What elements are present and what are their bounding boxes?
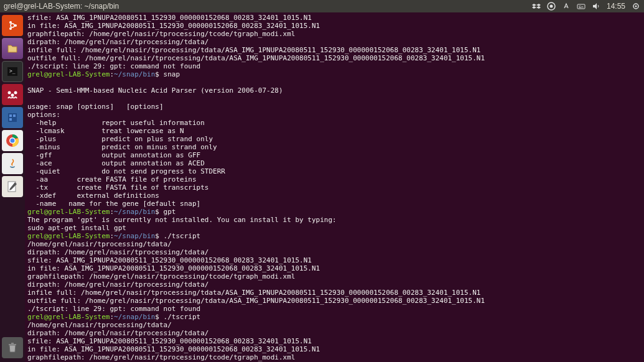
gear-icon[interactable] (632, 2, 640, 11)
clock[interactable]: 14:55 (607, 2, 625, 11)
system-tray: En 14:55 (532, 2, 640, 11)
svg-point-9 (9, 27, 12, 30)
svg-point-6 (11, 24, 14, 27)
svg-point-5 (635, 6, 637, 7)
network-icon[interactable] (562, 2, 571, 11)
terminal-icon[interactable]: >_ (2, 61, 23, 82)
svg-rect-24 (11, 343, 14, 344)
svg-rect-16 (9, 114, 12, 117)
java-icon[interactable] (2, 153, 23, 174)
svg-point-1 (549, 5, 553, 8)
trash-icon[interactable] (2, 337, 23, 358)
menubar: grel@grel-LAB-System: ~/snap/bin En 14:5… (0, 0, 644, 12)
ubuntu-dash-icon[interactable] (2, 15, 23, 36)
svg-point-13 (14, 91, 17, 95)
text-editor-icon[interactable] (2, 176, 23, 197)
volume-icon[interactable] (592, 2, 600, 11)
svg-text:En: En (579, 5, 583, 9)
files-icon[interactable] (2, 38, 23, 59)
terminal-area[interactable]: sfile: ASA_IMG_1PNUPA20080511_152930_000… (25, 12, 644, 362)
svg-point-12 (8, 91, 11, 95)
window-title: grel@grel-LAB-System: ~/snap/bin (4, 2, 532, 11)
svg-rect-17 (13, 114, 16, 117)
app-blue-icon[interactable] (2, 107, 23, 128)
launcher: >_ (0, 12, 25, 362)
dropbox-icon[interactable] (532, 2, 541, 11)
svg-point-7 (14, 24, 17, 27)
mendeley-icon[interactable] (2, 84, 23, 105)
svg-text:>_: >_ (9, 68, 16, 74)
chrome-icon[interactable] (2, 130, 23, 151)
chrome-tray-icon[interactable] (547, 2, 556, 11)
svg-point-8 (9, 21, 12, 24)
keyboard-icon[interactable]: En (577, 2, 586, 11)
svg-rect-18 (9, 118, 12, 121)
svg-point-21 (11, 139, 15, 143)
svg-point-14 (11, 94, 14, 97)
svg-rect-23 (9, 344, 16, 345)
